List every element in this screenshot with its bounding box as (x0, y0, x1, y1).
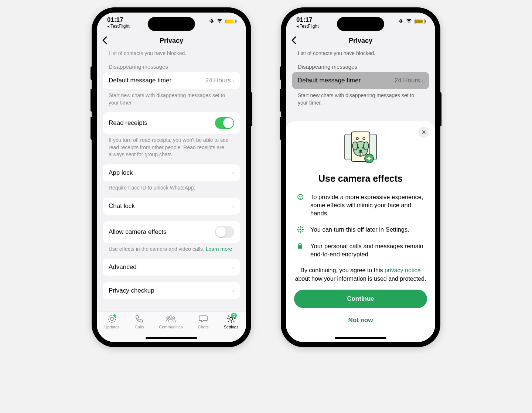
camera-effects-sheet: ✕ Use camera effects (286, 121, 435, 342)
nav-header: Privacy (97, 33, 246, 49)
tab-communities[interactable]: Communities (159, 314, 183, 329)
read-receipts-label: Read receipts (109, 119, 147, 127)
sheet-notice: By continuing, you agree to this privacy… (294, 266, 427, 283)
bullet-2-text: You can turn this off later in Settings. (310, 225, 409, 233)
page-title: Privacy (349, 37, 372, 45)
updates-dot-badge (113, 314, 116, 317)
app-lock-label: App lock (109, 169, 133, 177)
svg-point-16 (359, 150, 362, 152)
privacy-notice-link[interactable]: privacy notice (385, 267, 421, 273)
svg-point-4 (173, 317, 175, 319)
row-default-timer[interactable]: Default message timer 24 Hours › (103, 72, 240, 89)
continue-button[interactable]: Continue (294, 290, 427, 308)
camera-effects-toggle[interactable] (215, 226, 234, 238)
default-timer-value: 24 Hours (205, 77, 231, 84)
status-time: 01:17 (107, 16, 129, 24)
back-icon[interactable] (102, 36, 107, 46)
bullet-face-tracking: To provide a more expressive experience,… (297, 193, 424, 218)
tab-calls-label: Calls (135, 325, 144, 329)
tab-settings[interactable]: 1 Settings (224, 314, 239, 329)
tab-calls[interactable]: Calls (135, 314, 144, 329)
battery-icon (225, 19, 236, 24)
wifi-icon (216, 18, 223, 24)
row-chat-lock[interactable]: Chat lock › (103, 198, 240, 215)
chat-lock-label: Chat lock (109, 202, 135, 210)
chevron-right-icon: › (232, 77, 234, 84)
chevron-right-icon: › (422, 77, 423, 84)
row-app-lock[interactable]: App lock › (103, 164, 240, 181)
tab-updates[interactable]: Updates (105, 314, 120, 329)
row-advanced[interactable]: Advanced › (103, 259, 240, 276)
tab-settings-label: Settings (224, 325, 239, 329)
svg-point-15 (362, 147, 364, 149)
bullet-3-text: Your personal calls and messages remain … (310, 242, 424, 259)
gear-icon (297, 226, 304, 233)
blocked-footer-partial: List of contacts you have blocked. (103, 49, 240, 60)
status-back-app[interactable]: ◂ TestFlight (107, 24, 129, 29)
nav-header: Privacy (286, 33, 435, 49)
svg-point-14 (357, 147, 359, 149)
svg-rect-24 (298, 245, 302, 249)
privacy-content[interactable]: List of contacts you have blocked. Disap… (97, 49, 246, 311)
default-timer-label: Default message timer (109, 77, 171, 84)
face-icon (297, 194, 304, 200)
communities-icon (165, 314, 176, 324)
svg-point-22 (301, 196, 302, 197)
settings-badge: 1 (231, 313, 237, 318)
battery-icon (415, 19, 425, 24)
chevron-right-icon: › (232, 287, 234, 294)
section-disappearing: Disappearing messages (103, 60, 240, 72)
home-indicator[interactable] (335, 337, 386, 339)
back-icon[interactable] (291, 36, 296, 46)
camera-effects-label: Allow camera effects (109, 228, 167, 236)
svg-point-20 (298, 194, 303, 199)
tab-chats[interactable]: Chats (198, 314, 209, 329)
bullet-1-text: To provide a more expressive experience,… (310, 193, 424, 218)
airplane-icon: ✈︎ (209, 18, 214, 25)
chevron-right-icon: › (232, 264, 234, 270)
svg-point-21 (299, 196, 300, 197)
default-timer-footer: Start new chats with disappearing messag… (103, 89, 240, 112)
svg-point-1 (110, 317, 114, 321)
sheet-title: Use camera effects (294, 173, 427, 184)
svg-point-2 (170, 316, 172, 318)
camera-effects-footer: Use effects in the camera and video call… (103, 243, 240, 259)
bullet-encryption: Your personal calls and messages remain … (297, 242, 424, 259)
tab-updates-label: Updates (105, 325, 120, 329)
row-camera-effects: Allow camera effects (103, 221, 240, 243)
advanced-label: Advanced (109, 263, 137, 271)
lock-icon (297, 243, 304, 249)
svg-point-13 (364, 142, 369, 150)
row-privacy-checkup[interactable]: Privacy checkup › (103, 282, 240, 299)
privacy-checkup-label: Privacy checkup (109, 287, 154, 294)
calls-icon (135, 314, 144, 324)
camera-effects-illustration (340, 130, 381, 167)
tab-chats-label: Chats (198, 325, 209, 329)
phone-left: 01:17 ◂ TestFlight ✈︎ Privacy List of co… (92, 7, 251, 347)
row-read-receipts: Read receipts (103, 112, 240, 134)
svg-point-12 (352, 142, 358, 150)
app-lock-footer: Require Face ID to unlock WhatsApp. (103, 181, 240, 198)
svg-point-3 (167, 317, 169, 319)
status-time: 01:17 (296, 16, 318, 24)
wifi-icon (406, 18, 412, 24)
learn-more-link[interactable]: Learn more (206, 246, 232, 252)
close-icon[interactable]: ✕ (418, 127, 429, 138)
page-title: Privacy (160, 37, 183, 45)
dynamic-island (337, 17, 384, 31)
tab-communities-label: Communities (159, 325, 183, 329)
chevron-right-icon: › (232, 170, 234, 176)
status-back-app[interactable]: ◂ TestFlight (296, 24, 318, 29)
read-receipts-toggle[interactable] (215, 117, 234, 129)
svg-point-23 (300, 229, 301, 231)
bullet-settings: You can turn this off later in Settings. (297, 225, 424, 233)
home-indicator[interactable] (146, 337, 197, 339)
row-default-timer: Default message timer 24 Hours › (292, 72, 429, 89)
phone-right: 01:17 ◂ TestFlight ✈︎ Privacy List (281, 7, 440, 347)
read-receipts-footer: If you turn off read receipts, you won't… (103, 134, 240, 164)
not-now-button[interactable]: Not now (294, 311, 427, 330)
airplane-icon: ✈︎ (399, 18, 403, 25)
dynamic-island (148, 17, 195, 31)
chats-icon (198, 314, 208, 324)
chevron-right-icon: › (232, 203, 234, 209)
